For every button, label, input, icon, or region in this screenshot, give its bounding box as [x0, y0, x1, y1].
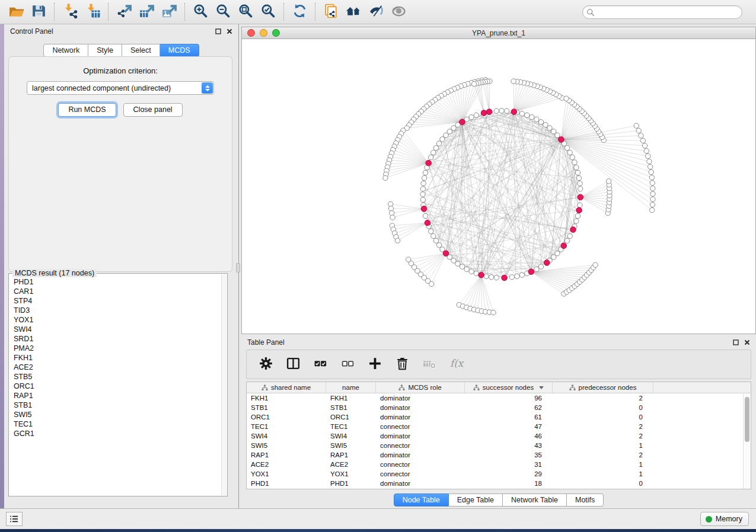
network-graph[interactable] [242, 40, 755, 334]
float-window-icon[interactable] [733, 339, 739, 345]
graph-leaf-node[interactable] [639, 133, 643, 138]
run-mcds-button[interactable]: Run MCDS [58, 103, 116, 117]
graph-node[interactable] [567, 150, 572, 155]
graph-hub-node[interactable] [481, 110, 487, 116]
tab-edge-table[interactable]: Edge Table [449, 493, 503, 507]
graph-node[interactable] [464, 267, 469, 271]
table-cell[interactable]: YOX1 [326, 470, 376, 477]
graph-node[interactable] [564, 146, 569, 150]
graph-edge[interactable] [481, 275, 490, 312]
graph-leaf-node[interactable] [383, 175, 388, 180]
graph-node[interactable] [494, 275, 499, 280]
graph-hub-node[interactable] [570, 227, 576, 233]
graph-node[interactable] [509, 275, 514, 280]
table-cell[interactable]: connector [376, 470, 465, 477]
column-header-shared-name[interactable]: shared name [247, 382, 326, 393]
graph-node[interactable] [484, 274, 489, 278]
table-cell[interactable]: ACE2 [247, 461, 326, 468]
network-window-titlebar[interactable]: YPA_prune.txt_1 [242, 27, 755, 39]
graph-edge[interactable] [561, 116, 586, 140]
graph-node[interactable] [515, 274, 519, 278]
table-cell[interactable]: 2 [553, 423, 653, 430]
table-cell[interactable]: ORC1 [247, 414, 326, 421]
column-header-predecessor-nodes[interactable]: predecessor nodes [553, 382, 653, 393]
table-cell[interactable]: 0 [553, 414, 653, 421]
graph-leaf-node[interactable] [634, 123, 639, 128]
graph-leaf-node[interactable] [390, 215, 395, 220]
open-session-button[interactable] [5, 2, 27, 22]
table-cell[interactable]: 18 [465, 480, 553, 487]
graph-leaf-node[interactable] [390, 210, 394, 215]
graph-edge[interactable] [444, 94, 462, 122]
mcds-result-item[interactable]: TID3 [14, 306, 220, 315]
save-session-button[interactable] [27, 2, 50, 22]
graph-node[interactable] [469, 115, 474, 120]
search-input[interactable] [595, 7, 742, 18]
graph-node[interactable] [538, 120, 543, 124]
graph-node[interactable] [576, 175, 581, 180]
graph-leaf-node[interactable] [642, 143, 647, 148]
graph-node[interactable] [499, 108, 504, 113]
mcds-result-item[interactable]: ACE2 [14, 363, 220, 372]
graph-hub-node[interactable] [511, 109, 517, 115]
optimization-criterion-select[interactable]: largest connected component (undirected) [27, 81, 214, 95]
table-cell[interactable]: dominator [376, 395, 465, 402]
table-cell[interactable]: SWI5 [247, 442, 326, 449]
table-cell[interactable]: 1 [553, 470, 653, 477]
graph-node[interactable] [543, 123, 548, 127]
graph-node[interactable] [567, 233, 572, 238]
graph-hub-node[interactable] [460, 119, 465, 125]
graph-node[interactable] [447, 129, 452, 134]
graph-hub-node[interactable] [576, 207, 582, 213]
graph-hub-node[interactable] [528, 269, 534, 275]
graph-leaf-node[interactable] [593, 262, 598, 267]
graph-edge[interactable] [396, 143, 429, 164]
table-cell[interactable]: 62 [465, 404, 553, 411]
table-cell[interactable]: 96 [465, 395, 553, 402]
import-table-button[interactable] [81, 2, 104, 22]
graph-node[interactable] [429, 229, 433, 233]
table-row[interactable]: SWI4SWI4dominator462 [247, 431, 751, 441]
graph-node[interactable] [519, 273, 524, 277]
graph-node[interactable] [538, 264, 543, 269]
mcds-result-item[interactable]: YOX1 [14, 315, 220, 325]
mcds-result-item[interactable]: SWI5 [14, 410, 220, 419]
graph-node[interactable] [429, 155, 433, 159]
graph-leaf-node[interactable] [650, 191, 655, 196]
graph-hub-node[interactable] [559, 137, 564, 143]
graph-node[interactable] [423, 170, 428, 175]
graph-node[interactable] [578, 187, 583, 191]
graph-hub-node[interactable] [561, 243, 567, 249]
table-scrollbar-thumb[interactable] [745, 397, 749, 442]
column-header-name[interactable]: name [326, 382, 376, 393]
table-cell[interactable]: TEC1 [247, 423, 326, 430]
table-row[interactable]: FKH1FKH1dominator962 [247, 393, 751, 403]
mcds-result-item[interactable]: SRD1 [14, 334, 220, 344]
graph-leaf-node[interactable] [636, 128, 641, 133]
graph-edge[interactable] [514, 91, 550, 112]
memory-button[interactable]: Memory [700, 512, 749, 526]
import-network-button[interactable] [59, 2, 81, 22]
graph-node[interactable] [455, 261, 460, 266]
graph-node[interactable] [474, 271, 479, 275]
mcds-result-item[interactable]: STB1 [14, 400, 220, 410]
select-all-button[interactable] [310, 354, 331, 375]
graph-node[interactable] [555, 251, 560, 256]
graph-leaf-node[interactable] [649, 208, 654, 213]
minimize-window-light[interactable] [260, 29, 267, 37]
graph-leaf-node[interactable] [649, 175, 654, 180]
graph-edge[interactable] [580, 185, 609, 197]
table-cell[interactable]: 43 [465, 442, 553, 449]
graph-node[interactable] [420, 192, 425, 197]
graph-edge[interactable] [476, 84, 484, 113]
graph-edge[interactable] [561, 113, 584, 139]
graph-node[interactable] [564, 238, 569, 243]
table-cell[interactable]: TEC1 [326, 423, 376, 430]
graph-hub-node[interactable] [421, 206, 427, 212]
table-row[interactable]: STB1STB1dominator620 [247, 403, 751, 412]
table-cell[interactable]: SWI4 [326, 432, 376, 440]
graph-hub-node[interactable] [578, 194, 583, 200]
graph-edge[interactable] [430, 122, 462, 231]
graph-edge[interactable] [386, 163, 429, 174]
graph-node[interactable] [420, 197, 425, 202]
